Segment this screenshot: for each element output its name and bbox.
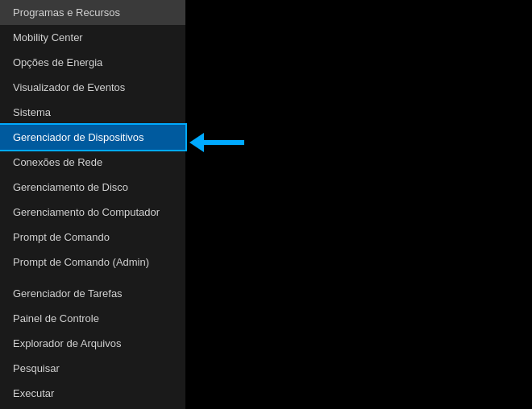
menu-item-visualizador[interactable]: Visualizador de Eventos (0, 75, 185, 100)
menu-label-pesquisar: Pesquisar (13, 362, 60, 374)
menu-item-pesquisar[interactable]: Pesquisar (0, 356, 185, 381)
menu-item-gerenciador-dispositivos[interactable]: Gerenciador de Dispositivos (0, 125, 185, 150)
menu-label-executar: Executar (13, 387, 54, 399)
menu-item-conexoes[interactable]: Conexões de Rede (0, 150, 185, 175)
menu-label-mobility: Mobility Center (13, 31, 83, 43)
menu-item-prompt-admin[interactable]: Prompt de Comando (Admin) (0, 250, 185, 275)
menu-label-prompt: Prompt de Comando (13, 231, 110, 243)
menu-item-gerenciamento-disco[interactable]: Gerenciamento de Disco (0, 175, 185, 200)
menu-label-programas: Programas e Recursos (13, 6, 120, 19)
menu-label-conexoes: Conexões de Rede (13, 156, 102, 168)
menu-item-gerenciamento-computador[interactable]: Gerenciamento do Computador (0, 200, 185, 225)
menu-label-prompt-admin: Prompt de Comando (Admin) (13, 256, 149, 268)
menu-label-opcoes: Opções de Energia (13, 56, 102, 68)
menu-label-explorador: Explorador de Arquivos (13, 337, 121, 349)
menu-item-sistema[interactable]: Sistema (0, 100, 185, 125)
menu-label-gerenciador-tarefas: Gerenciador de Tarefas (13, 287, 123, 300)
menu-label-gerenciamento-computador: Gerenciamento do Computador (13, 206, 160, 218)
menu-item-painel[interactable]: Painel de Controle (0, 306, 185, 331)
menu-label-sistema: Sistema (13, 106, 51, 118)
arrow-head (189, 133, 204, 152)
arrow-indicator (189, 133, 244, 152)
menu-item-executar[interactable]: Executar (0, 381, 185, 406)
menu-item-mobility[interactable]: Mobility Center (0, 25, 185, 50)
menu-item-explorador[interactable]: Explorador de Arquivos (0, 331, 185, 356)
menu-label-painel: Painel de Controle (13, 312, 99, 324)
menu-label-visualizador: Visualizador de Eventos (13, 81, 125, 93)
menu-label-gerenciador-dispositivos: Gerenciador de Dispositivos (13, 131, 144, 143)
menu-item-programas[interactable]: Programas e Recursos (0, 0, 185, 25)
menu-label-gerenciamento-disco: Gerenciamento de Disco (13, 181, 128, 193)
menu-item-prompt[interactable]: Prompt de Comando (0, 225, 185, 250)
menu-item-gerenciador-tarefas[interactable]: Gerenciador de Tarefas (0, 281, 185, 306)
menu-item-opcoes[interactable]: Opções de Energia (0, 50, 185, 75)
arrow-shaft (204, 140, 244, 145)
context-menu: Programas e RecursosMobility CenterOpçõe… (0, 0, 185, 409)
